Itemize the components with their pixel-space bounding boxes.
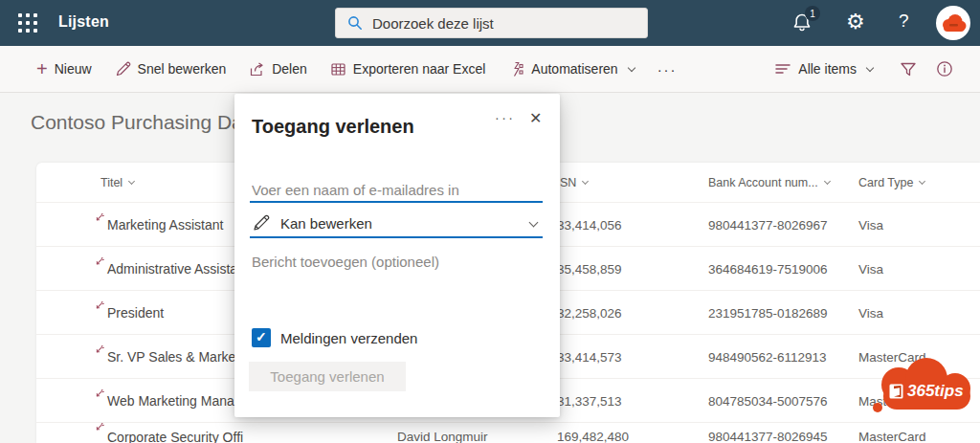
cell-sn: 35,458,859 xyxy=(557,247,622,291)
share-icon xyxy=(249,61,265,78)
office-logo-icon xyxy=(889,384,903,399)
cell-sn: 31,337,513 xyxy=(557,379,622,423)
search-box[interactable] xyxy=(335,8,648,38)
column-header-sn[interactable]: SN xyxy=(560,163,588,203)
cell-sn: 169,482,480 xyxy=(557,423,629,443)
list-view-icon xyxy=(775,62,791,76)
cell-bank: 948490562-6112913 xyxy=(708,335,827,379)
app-title: Lijsten xyxy=(58,13,109,31)
command-overflow-button[interactable]: ··· xyxy=(646,61,689,78)
column-header-label: SN xyxy=(560,176,576,189)
filter-funnel-icon xyxy=(900,61,917,78)
page-title: Contoso Purchasing Da xyxy=(31,111,243,134)
app-window: Lijsten 1 ⚙ ? xyxy=(0,0,980,443)
permission-dropdown[interactable]: Kan bewerken xyxy=(252,210,543,236)
cell-title: Administrative Assista xyxy=(96,247,237,291)
365tips-watermark: 365tips xyxy=(862,358,979,417)
column-header-label: Card Type xyxy=(858,176,913,189)
pencil-icon xyxy=(115,61,131,78)
cell-bank: 804785034-5007576 xyxy=(708,379,828,423)
settings-gear-icon[interactable]: ⚙ xyxy=(846,9,865,35)
cell-name: David Longmuir xyxy=(397,423,488,443)
new-button[interactable]: + Nieuw xyxy=(25,46,103,92)
share-button[interactable]: Delen xyxy=(237,46,319,92)
automate-menu-button[interactable]: Automatiseren xyxy=(497,46,645,92)
chevron-down-icon xyxy=(919,178,925,185)
column-header-label: Bank Account num... xyxy=(708,176,818,189)
quick-edit-button[interactable]: Snel bewerken xyxy=(103,46,238,92)
column-header-label: Titel xyxy=(100,176,122,189)
new-item-sparkle-icon xyxy=(94,345,104,356)
permission-value: Kan bewerken xyxy=(280,215,372,232)
cell-title: Marketing Assistant xyxy=(96,203,223,247)
cloud-logo-icon xyxy=(940,13,967,33)
dialog-title: Toegang verlenen xyxy=(252,116,414,138)
input-underline xyxy=(250,201,543,203)
suite-header: Lijsten 1 ⚙ ? xyxy=(0,0,980,46)
365tips-label: 365tips xyxy=(889,382,964,401)
column-header-card-type[interactable]: Card Type xyxy=(858,163,924,203)
automate-flow-icon xyxy=(508,61,524,78)
grant-access-submit-button[interactable]: Toegang verlenen xyxy=(249,362,406,391)
cell-title: Sr. VP Sales & Market xyxy=(96,335,239,379)
checkbox-checked-icon[interactable] xyxy=(252,328,271,347)
new-item-sparkle-icon xyxy=(94,213,104,224)
filter-button[interactable] xyxy=(892,46,924,92)
view-selector-button[interactable]: Alle items xyxy=(764,46,884,92)
info-panel-button[interactable] xyxy=(932,46,957,92)
command-bar: + Nieuw Snel bewerken Delen xyxy=(0,46,980,93)
chevron-down-icon xyxy=(128,178,135,185)
info-icon xyxy=(936,60,953,78)
grant-access-dialog: Toegang verlenen ··· ✕ Kan bewerken Meld… xyxy=(234,94,560,417)
new-item-sparkle-icon xyxy=(94,257,104,268)
app-launcher-waffle-icon[interactable] xyxy=(18,13,38,33)
cell-sn: 32,258,026 xyxy=(557,291,622,335)
search-icon xyxy=(347,15,363,31)
plus-icon: + xyxy=(36,61,48,77)
send-notifications-checkbox[interactable]: Meldingen verzenden xyxy=(252,328,417,347)
notification-count-badge: 1 xyxy=(805,6,820,21)
chevron-down-icon xyxy=(582,178,589,185)
account-avatar[interactable] xyxy=(936,6,970,40)
cell-title: Web Marketing Mana xyxy=(96,379,234,423)
share-label: Delen xyxy=(272,61,307,77)
close-icon[interactable]: ✕ xyxy=(525,107,546,129)
column-header-titel[interactable]: Titel xyxy=(100,163,134,203)
cell-title: President xyxy=(96,291,164,335)
pencil-icon xyxy=(252,214,270,233)
cell-card: Visa xyxy=(858,203,883,247)
cell-title: Corporate Security Offi xyxy=(96,423,243,443)
search-input[interactable] xyxy=(372,15,621,32)
quick-edit-label: Snel bewerken xyxy=(138,61,227,77)
cell-bank: 364684619-7519006 xyxy=(708,247,828,291)
recipient-name-input[interactable] xyxy=(252,178,543,201)
table-row[interactable]: Corporate Security Offi David Longmuir 1… xyxy=(36,423,980,443)
cell-sn: 33,414,056 xyxy=(557,203,622,247)
cell-card: Visa xyxy=(858,291,883,335)
cell-card: MasterCard xyxy=(858,423,926,443)
checkbox-label: Meldingen verzenden xyxy=(280,330,417,346)
export-excel-label: Exporteren naar Excel xyxy=(353,61,486,77)
cell-bank: 980441377-8026945 xyxy=(708,423,828,443)
chevron-down-icon xyxy=(529,217,539,227)
new-item-sparkle-icon xyxy=(94,389,104,400)
new-item-sparkle-icon xyxy=(94,301,104,312)
column-header-bank-account[interactable]: Bank Account num... xyxy=(708,163,830,203)
365tips-text: 365tips xyxy=(907,382,964,401)
cell-card: Visa xyxy=(858,247,883,291)
view-selector-label: Alle items xyxy=(798,61,857,77)
dialog-overflow-button[interactable]: ··· xyxy=(491,106,520,129)
chevron-down-icon xyxy=(627,63,635,71)
chevron-down-icon xyxy=(866,63,874,71)
new-item-sparkle-icon xyxy=(94,423,104,433)
export-excel-button[interactable]: Exporteren naar Excel xyxy=(319,46,498,92)
dropdown-underline xyxy=(250,236,543,238)
automate-label: Automatiseren xyxy=(531,61,617,77)
message-input[interactable] xyxy=(252,249,539,274)
cell-sn: 33,414,573 xyxy=(557,335,622,379)
new-button-label: Nieuw xyxy=(55,61,92,77)
cell-bank: 231951785-0182689 xyxy=(708,291,828,335)
help-icon[interactable]: ? xyxy=(899,11,909,32)
chevron-down-icon xyxy=(824,178,831,185)
excel-table-icon xyxy=(330,61,346,78)
